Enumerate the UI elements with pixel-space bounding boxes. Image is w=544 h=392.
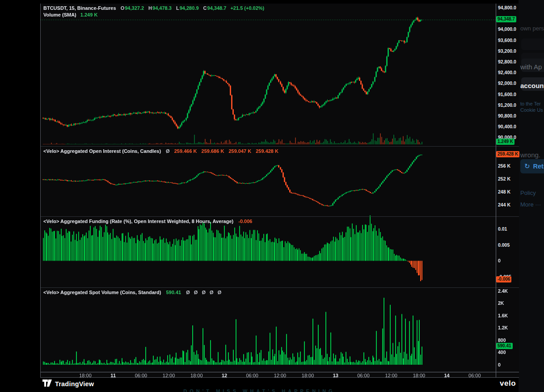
pane-divider[interactable] <box>41 146 519 147</box>
scale-tick-label: 0 <box>498 362 501 367</box>
time-axis-label[interactable]: 12:00 <box>163 373 175 378</box>
time-axis-label[interactable]: 18:00 <box>190 373 203 378</box>
scale-tick-label: 252 K <box>498 176 510 181</box>
scale-value-chip: 94,348.7 <box>496 16 516 22</box>
refresh-icon: ↻ <box>524 162 530 170</box>
background-text-fragment: to the Ter <box>520 101 541 106</box>
symbol-title: BTCUSDT, 15, Binance-Futures <box>43 5 116 11</box>
background-page-strip: own persowith Apaccountto the TerCookie … <box>519 0 544 392</box>
funding-value: -0.006 <box>238 219 252 224</box>
time-axis-label[interactable]: 18:00 <box>413 373 426 378</box>
scale-tick-label: 90,800.0 <box>498 113 516 118</box>
scale-value-chip: 590.41 <box>496 343 513 349</box>
background-text-fragment: More ··· <box>520 201 541 208</box>
velo-logo: velo <box>500 379 516 388</box>
scale-tick-label: 93,600.0 <box>498 38 516 43</box>
background-text-fragment: with Ap <box>520 63 542 71</box>
scale-tick-label: 400 <box>498 350 506 355</box>
spot-volume-title: <Velo> Aggregated Spot Volume (Coins, St… <box>43 290 161 295</box>
scale-tick-label: 91,600.0 <box>498 92 516 97</box>
chart-widget[interactable]: BTCUSDT, 15, Binance-Futures O94,327.2 H… <box>40 4 519 378</box>
scale-tick-label: 94,800.0 <box>498 5 516 10</box>
legend-close-key: C <box>203 5 207 11</box>
open-interest-legend[interactable]: <Velo> Aggregated Open Interest (Coins, … <box>43 148 278 154</box>
legend-change: +21.5 (+0.02%) <box>230 5 264 11</box>
trading-dashboard: own persowith Apaccountto the TerCookie … <box>0 0 544 392</box>
open-interest-title: <Velo> Aggregated Open Interest (Coins, … <box>43 148 161 154</box>
pane-divider[interactable] <box>41 287 519 288</box>
average-symbol: Ø <box>166 148 170 154</box>
time-axis-label[interactable]: 06:00 <box>468 373 481 378</box>
volume-legend[interactable]: Volume (SMA) 1.249 K <box>43 12 97 17</box>
funding-legend[interactable]: <Velo> Aggregated Funding (Rate (%), Ope… <box>43 219 252 224</box>
time-axis-label[interactable]: 12 <box>222 373 227 378</box>
time-axis-label[interactable]: 12:00 <box>274 373 287 378</box>
footer-teaser-text: DON'T MISS WHAT'S HAPPENING <box>0 388 519 392</box>
background-text-fragment: own perso <box>520 25 544 32</box>
oi-close: 259.428 K <box>256 148 278 154</box>
scale-tick-label: 92,000.0 <box>498 80 516 86</box>
tradingview-label: TradingView <box>55 380 94 388</box>
oi-high: 259.686 K <box>202 148 224 154</box>
time-axis-label[interactable]: 12:00 <box>385 373 397 378</box>
spot-volume-legend[interactable]: <Velo> Aggregated Spot Volume (Coins, St… <box>43 290 223 295</box>
chart-plot-canvas[interactable] <box>41 4 496 372</box>
time-axis-border <box>41 372 519 372</box>
scale-tick-label: 90,400.0 <box>498 124 516 129</box>
scale-tick-label: 1.6K <box>498 313 508 318</box>
time-axis-label[interactable]: 18:00 <box>79 373 92 378</box>
retry-button[interactable]: ↻ Retry <box>520 159 544 173</box>
scale-tick-label: 92,800.0 <box>498 59 516 64</box>
scale-tick-label: 248 K <box>498 189 510 194</box>
volume-value: 1.249 K <box>80 12 98 17</box>
scale-tick-label: 244 K <box>498 202 510 207</box>
scale-tick-label: 94,000.0 <box>498 26 516 32</box>
time-axis-label[interactable]: 11 <box>110 373 116 378</box>
spot-volume-nulls: Ø Ø Ø Ø Ø <box>186 290 223 295</box>
legend-open-value: 94,327.2 <box>125 5 144 11</box>
time-axis-label[interactable]: 06:00 <box>135 373 148 378</box>
legend-low-value: 94,280.9 <box>180 5 199 11</box>
legend-open-key: O <box>121 5 125 11</box>
scale-tick-label: 2K <box>498 300 504 306</box>
scale-tick-label: 92,400.0 <box>498 70 516 75</box>
price-scale-separator[interactable] <box>496 4 496 378</box>
background-text-fragment: account <box>520 82 544 89</box>
spot-volume-value: 590.41 <box>166 290 181 295</box>
volume-label: Volume (SMA) <box>43 12 76 17</box>
time-axis-label[interactable]: 13 <box>333 373 338 378</box>
time-axis-label[interactable]: 18:00 <box>302 373 314 378</box>
scale-tick-label: 93,200.0 <box>498 48 516 54</box>
scale-value-chip: 1.249 K <box>496 139 514 145</box>
background-text-fragment: wrong. <box>520 151 540 159</box>
scale-value-chip: -0.006 <box>496 276 511 282</box>
oi-open: 259.466 K <box>174 148 197 154</box>
scale-tick-label: 800 <box>498 337 506 343</box>
retry-label: Retry <box>533 163 544 170</box>
background-text-fragment: Cookie Us <box>520 107 543 113</box>
tradingview-icon <box>42 379 52 388</box>
scale-tick-label: 1.2K <box>498 325 508 330</box>
legend-high-key: H <box>148 5 152 11</box>
background-text-fragment: Policy <box>520 190 536 196</box>
scale-tick-label: 0.01 <box>498 226 507 232</box>
scale-tick-label: 2.4K <box>498 288 508 294</box>
scale-tick-label: 256 K <box>498 163 510 169</box>
funding-title: <Velo> Aggregated Funding (Rate (%), Ope… <box>43 219 233 224</box>
background-input-row <box>521 38 544 50</box>
tradingview-attribution[interactable]: TradingView <box>42 379 94 388</box>
time-axis-label[interactable]: 14 <box>444 373 449 378</box>
scale-value-chip: 259.428 K <box>496 151 519 157</box>
oi-low: 259.047 K <box>228 148 251 154</box>
time-axis-label[interactable]: 06:00 <box>246 373 258 378</box>
time-axis-label[interactable]: 06:00 <box>357 373 370 378</box>
legend-low-key: L <box>176 5 179 11</box>
scale-tick-label: 0.005 <box>498 242 510 248</box>
symbol-legend[interactable]: BTCUSDT, 15, Binance-Futures O94,327.2 H… <box>43 5 264 11</box>
scale-tick-label: 0 <box>498 258 501 263</box>
legend-close-value: 94,348.7 <box>207 5 227 11</box>
pane-divider[interactable] <box>41 216 519 217</box>
legend-high-value: 94,478.3 <box>152 5 172 11</box>
scale-tick-label: 91,200.0 <box>498 102 516 108</box>
